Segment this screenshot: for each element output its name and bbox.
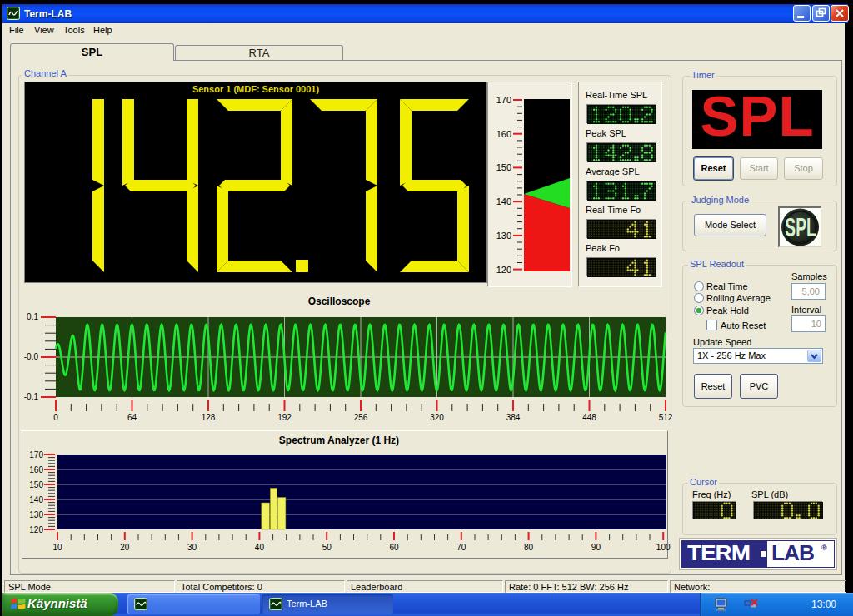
svg-text:140: 140 <box>29 495 43 504</box>
svg-text:192: 192 <box>277 413 292 422</box>
svg-text:-0.1: -0.1 <box>24 392 39 401</box>
svg-text:160: 160 <box>29 465 43 474</box>
svg-text:128: 128 <box>202 413 216 422</box>
svg-text:130: 130 <box>496 231 511 241</box>
svg-text:90: 90 <box>591 543 601 552</box>
svg-text:30: 30 <box>187 543 197 552</box>
svg-text:60: 60 <box>389 543 399 552</box>
svg-text:50: 50 <box>322 543 332 552</box>
svg-text:-0.0: -0.0 <box>24 352 39 361</box>
svg-text:120: 120 <box>29 525 43 534</box>
svg-text:SPL: SPL <box>785 213 816 241</box>
svg-text:120: 120 <box>496 265 511 275</box>
svg-text:0: 0 <box>53 413 58 422</box>
svg-text:384: 384 <box>506 413 521 422</box>
svg-text:0.1: 0.1 <box>27 312 38 321</box>
svg-text:70: 70 <box>456 543 466 552</box>
svg-text:160: 160 <box>496 129 511 139</box>
svg-text:512: 512 <box>659 413 672 422</box>
svg-text:20: 20 <box>120 543 130 552</box>
svg-text:150: 150 <box>29 480 43 489</box>
svg-text:256: 256 <box>354 413 368 422</box>
svg-text:130: 130 <box>29 510 43 519</box>
svg-text:140: 140 <box>496 196 511 206</box>
svg-text:320: 320 <box>430 413 444 422</box>
svg-text:40: 40 <box>255 543 265 552</box>
svg-text:10: 10 <box>52 543 62 552</box>
svg-text:170: 170 <box>496 95 511 105</box>
svg-text:100: 100 <box>656 543 671 552</box>
svg-text:150: 150 <box>496 162 511 172</box>
svg-text:448: 448 <box>582 413 596 422</box>
svg-text:64: 64 <box>127 413 137 422</box>
svg-text:170: 170 <box>29 450 43 460</box>
svg-text:80: 80 <box>524 543 534 552</box>
